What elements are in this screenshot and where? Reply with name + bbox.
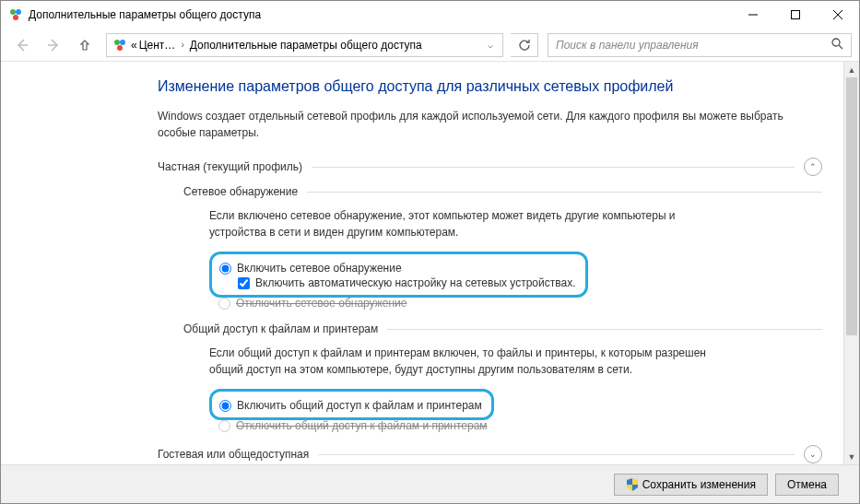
radio-discovery-on-label: Включить сетевое обнаружение	[237, 262, 402, 275]
up-button[interactable]	[71, 32, 99, 58]
page-heading: Изменение параметров общего доступа для …	[158, 78, 822, 95]
group-file-sharing: Общий доступ к файлам и принтерам Если о…	[183, 322, 822, 432]
chevron-down-icon[interactable]: ⌄	[804, 445, 822, 463]
save-button[interactable]: Сохранить изменения	[614, 474, 768, 496]
radio-fileshare-off[interactable]: Отключить общий доступ к файлам и принте…	[218, 419, 822, 432]
scroll-down-icon[interactable]: ▼	[844, 449, 859, 464]
radio-fileshare-on-label: Включить общий доступ к файлам и принтер…	[237, 399, 482, 412]
svg-point-11	[117, 45, 123, 51]
radio-fileshare-off-input[interactable]	[218, 420, 230, 432]
group-network-discovery: Сетевое обнаружение Если включено сетево…	[183, 185, 822, 310]
close-button[interactable]	[817, 1, 859, 29]
refresh-button[interactable]	[511, 33, 538, 57]
checkbox-auto-setup-input[interactable]	[238, 277, 250, 289]
divider	[307, 192, 822, 193]
search-icon	[831, 38, 843, 53]
radio-discovery-off-label: Отключить сетевое обнаружение	[236, 297, 406, 310]
breadcrumb-dropdown-icon[interactable]: ⌵	[482, 40, 499, 50]
app-icon	[8, 7, 23, 22]
radio-discovery-off[interactable]: Отключить сетевое обнаружение	[218, 297, 822, 310]
minimize-button[interactable]	[732, 1, 774, 29]
svg-point-10	[120, 40, 125, 45]
search-input[interactable]: Поиск в панели управления	[548, 33, 852, 57]
vertical-scrollbar[interactable]: ▲ ▼	[843, 62, 859, 464]
breadcrumb[interactable]: « Цент… › Дополнительные параметры общег…	[106, 33, 503, 57]
group-title-fileshare: Общий доступ к файлам и принтерам	[183, 322, 378, 335]
radio-fileshare-off-label: Отключить общий доступ к файлам и принте…	[236, 419, 488, 432]
checkbox-auto-setup[interactable]: Включить автоматическую настройку на сет…	[238, 276, 576, 289]
breadcrumb-item-2[interactable]: Дополнительные параметры общего доступа	[190, 39, 422, 52]
back-button[interactable]	[8, 32, 36, 58]
svg-line-13	[839, 45, 842, 49]
chevron-right-icon: ›	[177, 40, 187, 50]
breadcrumb-item-1[interactable]: Цент…	[139, 39, 176, 52]
title-bar: Дополнительные параметры общего доступа	[1, 1, 859, 29]
svg-point-9	[114, 40, 120, 45]
breadcrumb-prefix: «	[131, 39, 137, 52]
radio-discovery-on-input[interactable]	[219, 263, 231, 275]
divider	[312, 167, 795, 168]
scroll-thumb[interactable]	[846, 77, 857, 335]
content-area: Изменение параметров общего доступа для …	[1, 62, 859, 464]
chevron-up-icon[interactable]: ⌃	[804, 158, 822, 176]
save-button-label: Сохранить изменения	[642, 478, 756, 491]
profile-private-header[interactable]: Частная (текущий профиль) ⌃	[158, 158, 822, 176]
radio-discovery-on[interactable]: Включить сетевое обнаружение	[219, 262, 576, 275]
forward-button[interactable]	[40, 32, 67, 58]
svg-rect-4	[792, 11, 800, 19]
group-title-discovery: Сетевое обнаружение	[183, 185, 298, 198]
footer-bar: Сохранить изменения Отмена	[1, 464, 859, 503]
scroll-up-icon[interactable]: ▲	[844, 62, 859, 77]
page-subtext: Windows создает отдельный сетевой профил…	[158, 108, 822, 141]
radio-fileshare-on[interactable]: Включить общий доступ к файлам и принтер…	[219, 399, 482, 412]
profile-guest-header[interactable]: Гостевая или общедоступная ⌄	[158, 445, 822, 463]
breadcrumb-icon	[112, 38, 127, 53]
maximize-button[interactable]	[774, 1, 817, 29]
svg-point-1	[16, 9, 21, 15]
window-controls	[732, 1, 859, 29]
svg-point-12	[832, 39, 840, 46]
cancel-button-label: Отмена	[787, 478, 827, 491]
profile-private-label: Частная (текущий профиль)	[158, 160, 302, 173]
profile-guest-label: Гостевая или общедоступная	[158, 448, 309, 461]
navigation-bar: « Цент… › Дополнительные параметры общег…	[1, 29, 859, 62]
highlight-discovery: Включить сетевое обнаружение Включить ав…	[209, 252, 588, 298]
radio-discovery-off-input[interactable]	[218, 298, 230, 310]
search-placeholder: Поиск в панели управления	[556, 39, 831, 52]
divider	[387, 329, 822, 330]
checkbox-auto-setup-label: Включить автоматическую настройку на сет…	[255, 276, 576, 289]
window-title: Дополнительные параметры общего доступа	[29, 8, 732, 21]
svg-point-2	[13, 15, 18, 20]
divider	[318, 454, 795, 455]
shield-icon	[626, 478, 639, 491]
radio-fileshare-on-input[interactable]	[219, 400, 231, 412]
cancel-button[interactable]: Отмена	[775, 474, 839, 496]
discovery-description: Если включено сетевое обнаружение, этот …	[209, 207, 725, 240]
highlight-fileshare: Включить общий доступ к файлам и принтер…	[209, 389, 494, 420]
svg-point-0	[10, 9, 16, 15]
fileshare-description: Если общий доступ к файлам и принтерам в…	[209, 345, 725, 378]
